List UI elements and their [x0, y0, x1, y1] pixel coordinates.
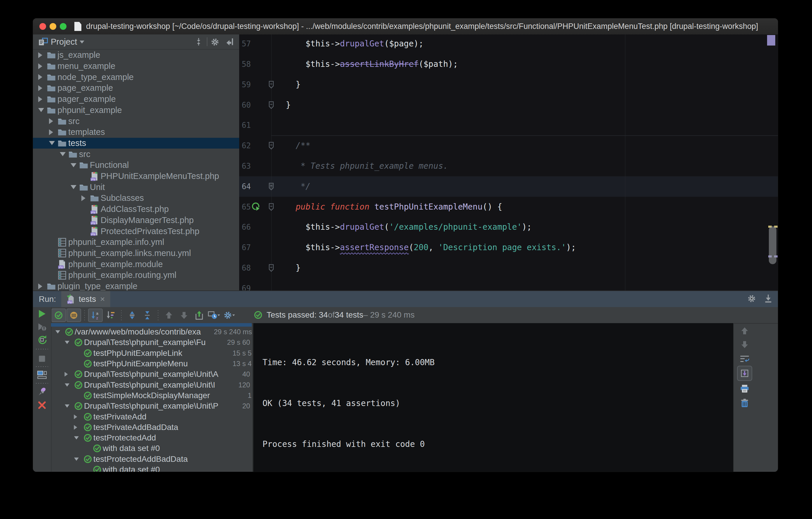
chevron-right-icon[interactable]	[38, 283, 42, 289]
code-line-67[interactable]: 67 $this->assertResponse(200, 'Descripti…	[239, 237, 778, 258]
code-line-61[interactable]: 61	[239, 115, 778, 135]
close-tab-icon[interactable]: ×	[100, 295, 105, 304]
test-row-Drupal-Tests-phpunit-example-Unit-P[interactable]: Drupal\Tests\phpunit_example\Unit\P20 ms	[51, 401, 252, 411]
code-editor[interactable]: 57 $this->drupalGet($page);58 $this->ass…	[239, 34, 778, 291]
scroll-down-icon[interactable]	[741, 340, 748, 349]
test-row-testProtectedAdd[interactable]: testProtectedAdd10 ms	[51, 433, 252, 443]
tab-tests[interactable]: php tests ×	[61, 291, 110, 307]
hide-panel-icon[interactable]	[226, 37, 234, 46]
project-tree-item-AddClassTest.php[interactable]: phpAddClassTest.php	[33, 204, 240, 215]
rerun-failed-icon[interactable]	[37, 322, 47, 332]
soft-wrap-icon[interactable]	[740, 355, 750, 363]
fold-marker-icon[interactable]	[268, 101, 274, 109]
test-row-Drupal-Tests-phpunit-example-Unit-I[interactable]: Drupal\Tests\phpunit_example\Unit\I120 m…	[51, 380, 252, 390]
project-tree-item-plugin_type_example[interactable]: plugin_type_example	[33, 281, 240, 291]
code-line-63[interactable]: 63 * Tests phpunit_example menus.	[239, 156, 778, 176]
gear-icon[interactable]	[210, 37, 219, 46]
test-row-testSimpleMockDisplayManager[interactable]: testSimpleMockDisplayManager120 ms	[51, 390, 252, 401]
sort-alphabetically-button[interactable]: az	[88, 308, 103, 322]
chevron-right-icon[interactable]	[74, 414, 77, 419]
chevron-right-icon[interactable]	[64, 372, 68, 377]
chevron-right-icon[interactable]	[49, 129, 53, 135]
scrollbar-thumb[interactable]	[769, 226, 776, 264]
project-tree-item-Subclasses[interactable]: Subclasses	[33, 193, 240, 204]
chevron-right-icon[interactable]	[38, 52, 42, 58]
test-row-testPrivateAdd[interactable]: testPrivateAdd10 ms	[51, 411, 252, 422]
collapse-all-icon[interactable]	[194, 37, 203, 46]
code-line-60[interactable]: 60}	[239, 95, 778, 115]
test-row-with-data-set-#0[interactable]: with data set #010 ms	[51, 443, 252, 454]
clear-all-icon[interactable]	[741, 399, 749, 408]
project-tree-item-phpunit_example.routing.yml[interactable]: phpunit_example.routing.yml	[33, 270, 240, 281]
project-tree-item-node_type_example[interactable]: node_type_example	[33, 72, 240, 83]
next-failed-test-button[interactable]	[177, 308, 191, 322]
import-test-results-button[interactable]	[192, 308, 206, 322]
project-tree-item-menu_example[interactable]: menu_example	[33, 61, 240, 72]
test-row-Drupal-Tests-phpunit-example-Unit-A[interactable]: Drupal\Tests\phpunit_example\Unit\A40 ms	[51, 369, 252, 380]
chevron-right-icon[interactable]	[38, 85, 42, 91]
code-line-59[interactable]: 59 }	[239, 75, 778, 95]
scroll-to-end-button[interactable]	[737, 366, 752, 381]
close-window-button[interactable]	[39, 23, 46, 30]
project-tree-item-tests[interactable]: tests	[33, 138, 240, 149]
code-line-68[interactable]: 68 }	[239, 258, 778, 278]
code-line-66[interactable]: 66 $this->drupalGet('/examples/phpunit-e…	[239, 217, 778, 237]
chevron-right-icon[interactable]	[74, 425, 77, 430]
fold-marker-icon[interactable]	[268, 264, 274, 272]
minimize-window-button[interactable]	[50, 23, 56, 30]
console-output[interactable]: Time: 46.62 seconds, Memory: 6.00MBOK (3…	[253, 323, 734, 472]
project-tree-item-phpunit_example.info.yml[interactable]: phpunit_example.info.yml	[33, 237, 240, 248]
collapse-all-button[interactable]	[140, 308, 154, 322]
hide-panel-down-icon[interactable]	[764, 294, 773, 303]
test-row-testPhpUnitExampleLink[interactable]: testPhpUnitExampleLink15 s 570 ms	[51, 348, 252, 358]
project-tree-item-Unit[interactable]: Unit	[33, 182, 240, 193]
project-tree-item-page_example[interactable]: page_example	[33, 83, 240, 94]
test-history-button[interactable]	[207, 308, 222, 322]
run-test-gutter-icon[interactable]	[252, 202, 261, 212]
code-line-65[interactable]: 65 public function testPhpUnitExampleMen…	[239, 197, 778, 217]
project-tree-item-js_example[interactable]: js_example	[33, 50, 240, 61]
gear-icon[interactable]	[747, 294, 756, 303]
chevron-right-icon[interactable]	[81, 195, 85, 201]
chevron-down-icon[interactable]	[65, 383, 69, 386]
zoom-window-button[interactable]	[60, 23, 66, 30]
chevron-down-icon[interactable]	[74, 457, 79, 461]
chevron-down-icon[interactable]	[74, 436, 79, 440]
rerun-icon[interactable]	[38, 309, 47, 319]
test-row--var-www-web-modules-contrib-exa[interactable]: /var/www/web/modules/contrib/exa29 s 240…	[51, 327, 252, 337]
sort-by-duration-button[interactable]	[103, 308, 118, 322]
chevron-right-icon[interactable]	[38, 96, 42, 102]
code-line-57[interactable]: 57 $this->drupalGet($page);	[239, 34, 778, 54]
project-tree-item-phpunit_example.module[interactable]: phpphpunit_example.module	[33, 258, 240, 270]
project-tree-item-PHPUnitExampleMenuTest.php[interactable]: phpPHPUnitExampleMenuTest.php	[33, 171, 240, 182]
test-row-testPhpUnitExampleMenu[interactable]: testPhpUnitExampleMenu13 s 490 ms	[51, 358, 252, 369]
chevron-down-icon[interactable]	[70, 163, 77, 167]
project-tree-item-Functional[interactable]: Functional	[33, 160, 240, 171]
selected-row-partial[interactable]	[51, 323, 252, 327]
project-tree-item-src[interactable]: src	[33, 116, 240, 127]
chevron-down-icon[interactable]	[38, 108, 44, 112]
chevron-right-icon[interactable]	[38, 63, 42, 69]
chevron-down-icon[interactable]	[65, 405, 69, 408]
test-settings-button[interactable]	[222, 308, 237, 322]
chevron-right-icon[interactable]	[38, 74, 42, 80]
chevron-down-icon[interactable]	[65, 341, 69, 344]
test-row-testProtectedAddBadData[interactable]: testProtectedAddBadData0 ms	[51, 454, 252, 464]
project-panel-title[interactable]: Project	[51, 34, 77, 49]
previous-failed-test-button[interactable]	[162, 308, 176, 322]
fold-marker-filled-icon[interactable]	[268, 183, 274, 191]
print-icon[interactable]	[740, 384, 749, 393]
project-tree-item-pager_example[interactable]: pager_example	[33, 94, 240, 105]
filter-ignored-button[interactable]	[66, 308, 81, 322]
restore-layout-icon[interactable]	[37, 371, 47, 379]
fold-marker-icon[interactable]	[268, 203, 274, 211]
chevron-down-icon[interactable]	[80, 40, 84, 44]
code-line-62[interactable]: 62 /**	[239, 135, 778, 156]
close-icon[interactable]	[38, 401, 47, 410]
expand-all-button[interactable]	[125, 308, 139, 322]
chevron-down-icon[interactable]	[70, 185, 77, 189]
project-tree-item-src[interactable]: src	[33, 148, 240, 160]
auto-test-icon[interactable]	[37, 335, 47, 345]
project-tree-item-ProtectedPrivatesTest.php[interactable]: phpProtectedPrivatesTest.php	[33, 226, 240, 237]
chevron-down-icon[interactable]	[60, 152, 66, 156]
